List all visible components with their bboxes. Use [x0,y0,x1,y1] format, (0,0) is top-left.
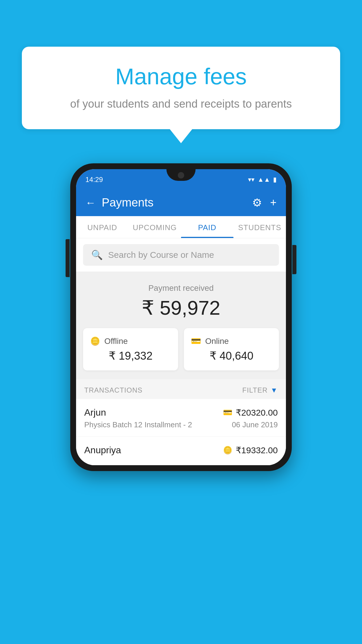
transaction-course: Physics Batch 12 Installment - 2 [84,420,192,429]
app-header: ← Payments ⚙ + [76,190,286,216]
online-card: 💳 Online ₹ 40,640 [184,328,279,370]
transaction-top: Arjun 💳 ₹20320.00 [84,407,278,418]
online-payment-icon: 💳 [223,408,232,417]
offline-amount: ₹ 19,332 [90,349,171,362]
notch-cutout [166,169,196,181]
filter-label: FILTER [242,386,268,394]
battery-icon: ▮ [273,176,277,183]
phone-outer: 14:29 ▾▾ ▲▲ ▮ ← Payments ⚙ + [70,163,292,471]
transaction-amount: 💳 ₹20320.00 [223,407,278,418]
header-title: Payments [102,196,154,209]
transactions-header: TRANSACTIONS FILTER ▼ [76,379,286,399]
tabs-bar: UNPAID UPCOMING PAID STUDENTS [76,216,286,238]
transaction-amount: 🪙 ₹19332.00 [223,445,278,455]
camera-notch [178,172,184,178]
offline-card: 🪙 Offline ₹ 19,332 [83,328,178,370]
search-box[interactable]: 🔍 Search by Course or Name [83,244,279,266]
offline-icon: 🪙 [90,336,100,346]
phone-mockup: 14:29 ▾▾ ▲▲ ▮ ← Payments ⚙ + [70,163,292,471]
tooltip-card: Manage fees of your students and send re… [22,47,340,129]
online-label: Online [205,337,229,346]
tab-students[interactable]: STUDENTS [233,216,286,238]
online-card-header: 💳 Online [191,336,272,346]
transaction-name: Arjun [84,407,106,418]
transaction-row[interactable]: Arjun 💳 ₹20320.00 Physics Batch 12 Insta… [76,399,286,437]
tab-unpaid[interactable]: UNPAID [76,216,129,238]
payment-summary: Payment received ₹ 59,972 🪙 Offline ₹ 19… [76,272,286,379]
offline-label: Offline [104,337,128,346]
status-bar: 14:29 ▾▾ ▲▲ ▮ [76,169,286,190]
transaction-bottom: Physics Batch 12 Installment - 2 06 June… [84,420,278,429]
transaction-name: Anupriya [84,445,121,456]
tooltip-subtitle: of your students and send receipts to pa… [45,96,317,112]
filter-icon: ▼ [270,386,278,394]
offline-card-header: 🪙 Offline [90,336,171,346]
add-icon[interactable]: + [270,196,277,209]
payment-received-label: Payment received [76,284,286,293]
wifi-icon: ▾▾ [248,176,254,183]
transaction-row[interactable]: Anupriya 🪙 ₹19332.00 [76,437,286,465]
phone-screen: 14:29 ▾▾ ▲▲ ▮ ← Payments ⚙ + [76,169,286,465]
transactions-label: TRANSACTIONS [84,386,143,394]
back-button[interactable]: ← [85,197,96,209]
tooltip-title: Manage fees [45,64,317,89]
online-amount: ₹ 40,640 [191,349,272,362]
settings-icon[interactable]: ⚙ [252,196,262,209]
filter-button[interactable]: FILTER ▼ [242,386,278,394]
offline-payment-icon: 🪙 [223,446,232,455]
payment-total: ₹ 59,972 [76,296,286,319]
transaction-top: Anupriya 🪙 ₹19332.00 [84,445,278,456]
tab-paid[interactable]: PAID [181,216,233,238]
status-icons: ▾▾ ▲▲ ▮ [248,176,277,183]
header-right: ⚙ + [252,196,277,209]
online-icon: 💳 [191,336,201,346]
header-left: ← Payments [85,196,154,209]
signal-icon: ▲▲ [257,176,270,183]
search-input[interactable]: Search by Course or Name [108,250,214,260]
payment-cards: 🪙 Offline ₹ 19,332 💳 Online ₹ 40,640 [76,328,286,370]
tab-upcoming[interactable]: UPCOMING [129,216,181,238]
status-time: 14:29 [85,176,103,184]
transaction-date: 06 June 2019 [232,420,278,429]
search-icon: 🔍 [91,249,103,260]
search-container: 🔍 Search by Course or Name [76,238,286,272]
